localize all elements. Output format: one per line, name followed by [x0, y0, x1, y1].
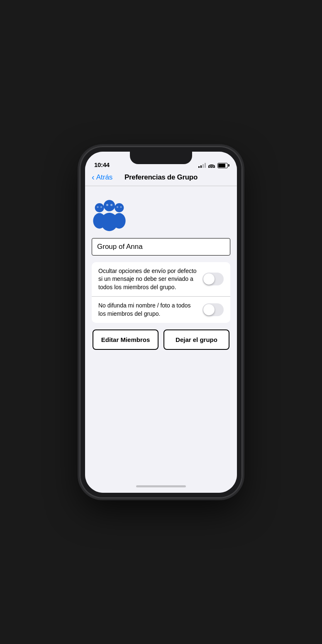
toggle-2[interactable] — [202, 303, 224, 316]
back-button[interactable]: ‹ Atrás — [92, 173, 121, 182]
toggle-2-label: No difunda mi nombre / foto a todos los … — [98, 302, 202, 318]
toggle-1-label: Ocultar opciones de envío por defecto si… — [98, 267, 202, 292]
toggle-1[interactable] — [202, 273, 224, 285]
svg-point-7 — [110, 204, 112, 206]
group-icon — [92, 196, 127, 231]
leave-group-button[interactable]: Dejar el grupo — [163, 329, 229, 350]
back-chevron-icon: ‹ — [92, 173, 95, 181]
svg-point-4 — [104, 200, 115, 211]
svg-point-5 — [101, 212, 118, 231]
nav-bar: ‹ Atrás Preferencias de Grupo — [85, 170, 237, 186]
status-icons — [198, 163, 228, 168]
page-title: Preferencias de Grupo — [121, 173, 201, 182]
battery-icon — [217, 163, 228, 168]
wifi-icon — [208, 163, 215, 168]
svg-point-11 — [120, 206, 122, 208]
status-time: 10:44 — [94, 161, 110, 168]
svg-point-0 — [95, 203, 104, 212]
svg-point-2 — [115, 203, 124, 212]
toggle-row-2: No difunda mi nombre / foto a todos los … — [92, 297, 230, 323]
back-label: Atrás — [96, 173, 113, 182]
home-bar — [136, 485, 186, 487]
svg-point-10 — [117, 206, 118, 208]
toggle-2-thumb — [203, 304, 215, 315]
signal-icon — [198, 163, 206, 168]
settings-section: Ocultar opciones de envío por defecto si… — [92, 262, 230, 323]
toggle-1-thumb — [203, 273, 215, 285]
buttons-row: Editar Miembros Dejar el grupo — [92, 329, 230, 350]
edit-members-button[interactable]: Editar Miembros — [93, 329, 159, 350]
svg-point-8 — [97, 206, 98, 208]
content-area: Ocultar opciones de envío por defecto si… — [85, 186, 237, 480]
group-name-input[interactable] — [92, 238, 230, 256]
toggle-row-1: Ocultar opciones de envío por defecto si… — [92, 262, 230, 297]
home-indicator — [85, 480, 237, 493]
svg-point-6 — [106, 204, 108, 206]
svg-point-9 — [100, 206, 102, 208]
notch — [130, 152, 192, 164]
group-icon-wrapper[interactable] — [92, 193, 230, 238]
